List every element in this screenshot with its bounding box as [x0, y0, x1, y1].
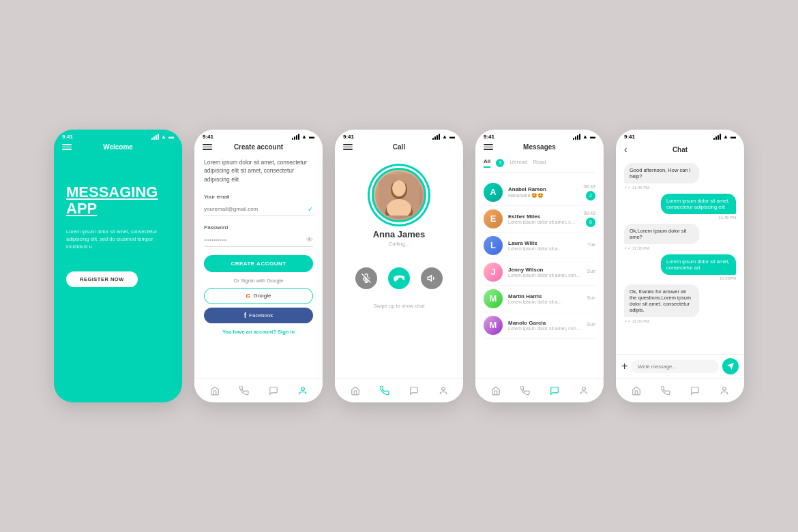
msg-unread-1: 2 [586, 191, 595, 201]
bubble-in-2: Ok,Lorem ipsum dolor sit ame? [624, 224, 699, 244]
avatar-1: A [484, 183, 503, 202]
nav-home-5[interactable] [630, 385, 642, 397]
nav-chat-4[interactable] [548, 385, 561, 397]
bubble-out-1: Lorem ipsum dolor sit amet, consectetur … [661, 194, 736, 214]
nav-title-5: Chat [673, 146, 688, 153]
msg-name-2: Esther Miles [508, 213, 578, 220]
send-icon [726, 362, 735, 370]
time-in-2: ✓✓ 11:50 PM [624, 246, 699, 250]
hamburger-menu[interactable] [62, 144, 72, 150]
phone-chat: 9:41 ▲ ▬ ‹ Chat Good afternoon, How can … [616, 130, 744, 402]
nav-chat-5[interactable] [689, 385, 701, 397]
speaker-button[interactable] [421, 267, 443, 289]
message-item-4[interactable]: J Jenny Wilson Lorem ipsum dolor sit ame… [484, 259, 595, 286]
nav-phone-4[interactable] [519, 385, 531, 397]
facebook-signin-button[interactable]: f Facebook [204, 308, 313, 323]
nav-home-4[interactable] [490, 385, 502, 397]
create-account-button[interactable]: CREATE ACCOUNT [204, 255, 313, 272]
chat-content: Good afternoon, How can I help? ✓✓ 11:45… [616, 159, 744, 377]
hamburger-menu-2[interactable] [203, 144, 212, 150]
svg-point-10 [441, 387, 445, 390]
msg-time-2: 08:43 [583, 211, 595, 216]
message-item-3[interactable]: L Laura Wills Lorem ipsum dolor sit a...… [484, 233, 595, 259]
tab-all[interactable]: All [484, 158, 490, 168]
phone-messages: 9:41 ▲ ▬ Messages All 3 Unread Read A An… [475, 130, 604, 402]
nav-phone[interactable] [238, 385, 250, 397]
msg-right-6: Sun [587, 322, 595, 329]
message-item-6[interactable]: M Manolo Garcia Lorem ipsum dolor sit am… [484, 312, 595, 339]
end-call-button[interactable] [388, 267, 410, 289]
msg-info-6: Manolo Garcia Lorem ipsum dolor sit amet… [508, 320, 582, 331]
status-time-5: 9:41 [624, 134, 635, 140]
nav-phone-5[interactable] [660, 385, 672, 397]
add-attachment-button[interactable]: + [621, 361, 627, 372]
msg-name-6: Manolo Garcia [508, 320, 582, 326]
msg-info-5: Martin Harris Lorem ipsum dolor sit a... [508, 293, 582, 304]
msg-name-1: Anabel Ramon [508, 186, 546, 192]
nav-title-3: Call [393, 143, 405, 151]
nav-phone-3[interactable] [379, 385, 391, 397]
battery-icon-4: ▬ [590, 134, 595, 140]
chat-msg-5: Ok, thanks for answer all the questions.… [624, 284, 699, 323]
message-item-1[interactable]: A Anabel Ramon Hahahaha 🤩🤩 08:43 2 [484, 179, 595, 206]
msg-info-1: Anabel Ramon Hahahaha 🤩🤩 [508, 186, 578, 198]
nav-chat[interactable] [267, 385, 280, 397]
phone-create-account: 9:41 ▲ ▬ Create account Lorem ipsum dolo… [194, 130, 323, 402]
nav-profile-5[interactable] [718, 385, 730, 397]
email-label: Your email [204, 194, 313, 200]
hamburger-menu-3[interactable] [343, 144, 353, 150]
chat-input-bar: + [616, 354, 744, 378]
svg-point-12 [722, 387, 726, 390]
bubble-in-1: Good afternoon, How can I help? [624, 163, 699, 183]
status-bar-3: 9:41 ▲ ▬ [335, 130, 463, 141]
nav-home[interactable] [209, 385, 221, 397]
nav-profile-4[interactable] [578, 385, 590, 397]
msg-name-3: Laura Wills [508, 240, 582, 246]
message-input[interactable] [631, 360, 719, 373]
nav-title-4: Messages [523, 143, 556, 151]
status-bar-5: 9:41 ▲ ▬ [616, 130, 744, 141]
nav-profile[interactable] [297, 385, 309, 397]
create-desc: Lorem ipsum dolor sit amet, consectetur … [204, 158, 313, 184]
msg-right-4: Sun [587, 269, 595, 276]
swipe-hint: Swipe up to show chat [373, 303, 424, 309]
nav-home-3[interactable] [349, 385, 361, 397]
password-input[interactable] [204, 237, 306, 243]
hamburger-menu-4[interactable] [484, 144, 493, 150]
facebook-icon: f [244, 312, 246, 319]
nav-chat-3[interactable] [408, 385, 420, 397]
signal-icon [151, 134, 159, 140]
chat-msg-4: Lorem ipsum dolor sit amet, consectetur … [661, 254, 736, 280]
msg-preview-6: Lorem ipsum dolor sit amet, conse... [508, 326, 582, 331]
signal-icon-4 [573, 134, 580, 140]
signal-icon-3 [432, 134, 440, 140]
signin-link[interactable]: Sign in [278, 329, 295, 335]
signal-icon-5 [713, 134, 721, 140]
battery-icon-5: ▬ [730, 134, 736, 140]
tab-read[interactable]: Read [533, 159, 546, 167]
status-time-4: 9:41 [484, 134, 494, 140]
app-description: Lorem ipsum dolor sit amet, consectetur … [66, 228, 170, 251]
msg-preview-2: Lorem ipsum dolor sit amet, consec... [508, 220, 578, 224]
status-time-3: 9:41 [343, 134, 354, 140]
tab-unread[interactable]: Unread [509, 159, 527, 167]
signal-icon-2 [292, 134, 299, 140]
back-button[interactable]: ‹ [624, 144, 627, 155]
welcome-content: MESSAGING APP Lorem ipsum dolor sit amet… [54, 154, 182, 297]
google-signin-button[interactable]: G Google [204, 288, 313, 304]
msg-right-2: 08:43 8 [583, 211, 595, 227]
mute-button[interactable] [355, 267, 377, 289]
status-time: 9:41 [62, 134, 73, 140]
msg-info-2: Esther Miles Lorem ipsum dolor sit amet,… [508, 213, 578, 224]
send-button[interactable] [722, 358, 739, 374]
msg-preview-1: Hahahaha 🤩🤩 [508, 193, 578, 198]
nav-profile-3[interactable] [437, 385, 449, 397]
wifi-icon: ▲ [161, 134, 166, 140]
register-button[interactable]: REGISTER NOW [66, 271, 138, 287]
message-item-5[interactable]: M Martin Harris Lorem ipsum dolor sit a.… [484, 286, 595, 312]
app-title: MESSAGING APP [66, 184, 170, 217]
msg-preview-3: Lorem ipsum dolor sit a... [508, 246, 582, 251]
message-item-2[interactable]: E Esther Miles Lorem ipsum dolor sit ame… [484, 206, 595, 233]
email-input[interactable] [204, 206, 308, 212]
bottom-nav-3 [335, 378, 463, 402]
